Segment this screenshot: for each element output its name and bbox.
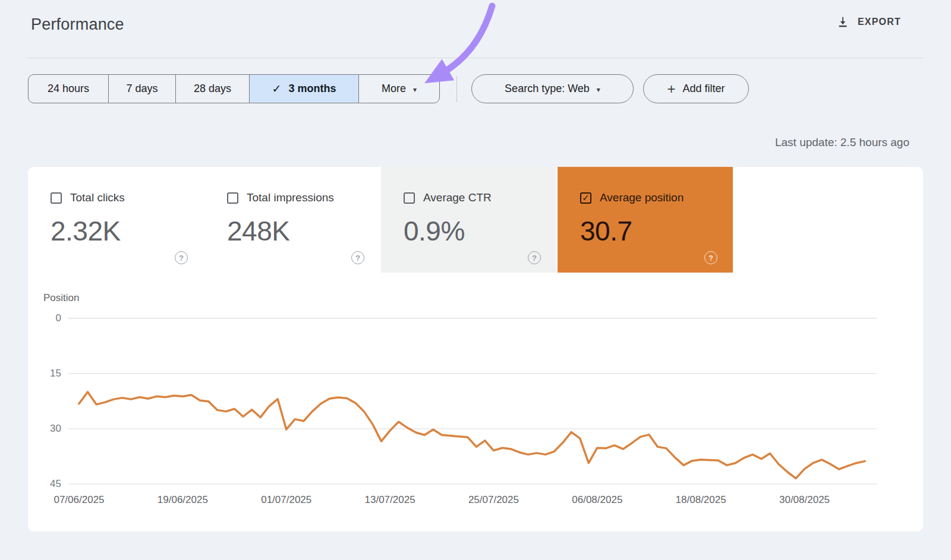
- filter-separator: [456, 76, 457, 102]
- header-divider: [28, 58, 923, 58]
- y-tick-label: 30: [35, 423, 61, 435]
- page-title: Performance: [31, 15, 124, 34]
- y-tick-label: 15: [35, 368, 61, 379]
- add-filter-label: Add filter: [682, 83, 725, 95]
- metric-label: Total impressions: [247, 191, 334, 204]
- range-label: More: [382, 83, 406, 95]
- x-tick-label: 30/08/2025: [769, 494, 840, 506]
- metric-label: Average position: [600, 191, 684, 204]
- question-glyph: ?: [355, 254, 360, 262]
- export-button[interactable]: EXPORT: [836, 15, 901, 29]
- chevron-down-icon: ▾: [597, 86, 600, 94]
- x-tick-label: 18/08/2025: [665, 494, 736, 506]
- checkbox-checked[interactable]: ✓: [580, 192, 591, 204]
- x-tick-label: 06/08/2025: [562, 494, 633, 506]
- metric-tile-average-position-selected[interactable]: ✓ Average position 30.7 ?: [558, 167, 733, 273]
- metric-tile-total-clicks[interactable]: Total clicks 2.32K ?: [28, 167, 203, 273]
- x-tick-label: 19/06/2025: [147, 494, 218, 506]
- metric-value: 30.7: [580, 215, 733, 247]
- plus-icon: +: [667, 82, 675, 96]
- x-tick-label: 07/06/2025: [43, 494, 115, 506]
- x-tick-label: 13/07/2025: [354, 494, 426, 506]
- question-glyph: ?: [179, 254, 184, 262]
- search-type-label: Search type: Web: [505, 83, 590, 95]
- help-icon[interactable]: ?: [351, 251, 364, 264]
- tiles-spacer: [734, 167, 923, 273]
- add-filter-button[interactable]: + Add filter: [643, 74, 749, 103]
- metric-tile-total-impressions[interactable]: Total impressions 248K ?: [204, 167, 380, 273]
- range-24-hours[interactable]: 24 hours: [29, 75, 109, 103]
- metric-label: Total clicks: [70, 191, 125, 204]
- range-7-days[interactable]: 7 days: [109, 75, 176, 103]
- range-more-dropdown[interactable]: More ▾: [359, 75, 439, 103]
- range-label: 3 months: [288, 83, 336, 95]
- metric-tile-average-ctr[interactable]: Average CTR 0.9% ?: [381, 167, 556, 273]
- position-chart: Position 0153045 07/06/202519/06/202501/…: [28, 291, 923, 529]
- question-glyph: ?: [708, 254, 713, 262]
- y-tick-label: 0: [35, 312, 61, 324]
- range-label: 7 days: [126, 83, 158, 95]
- performance-card: Total clicks 2.32K ? Total impressions 2…: [28, 167, 923, 531]
- range-label: 28 days: [194, 83, 231, 95]
- last-update-status: Last update: 2.5 hours ago: [775, 136, 909, 149]
- x-tick-label: 25/07/2025: [458, 494, 529, 506]
- chevron-down-icon: ▾: [413, 86, 417, 94]
- metric-tiles: Total clicks 2.32K ? Total impressions 2…: [28, 167, 923, 273]
- y-tick-label: 45: [35, 478, 61, 490]
- metric-value: 0.9%: [404, 215, 556, 247]
- download-icon: [836, 15, 849, 29]
- checkbox-unchecked[interactable]: [404, 192, 415, 204]
- metric-value: 2.32K: [51, 215, 203, 247]
- help-icon[interactable]: ?: [528, 251, 541, 264]
- check-glyph: ✓: [582, 192, 590, 203]
- export-label: EXPORT: [858, 17, 901, 27]
- check-icon: ✓: [272, 82, 282, 96]
- range-28-days[interactable]: 28 days: [176, 75, 250, 103]
- range-3-months-selected[interactable]: ✓ 3 months: [250, 75, 359, 103]
- search-console-performance-page: { "header": { "title": "Performance", "e…: [0, 0, 951, 560]
- metric-label: Average CTR: [423, 191, 492, 204]
- position-line-chart: [28, 291, 923, 529]
- help-icon[interactable]: ?: [175, 251, 188, 264]
- search-type-dropdown[interactable]: Search type: Web ▾: [471, 74, 634, 103]
- question-glyph: ?: [532, 254, 537, 262]
- range-label: 24 hours: [48, 83, 89, 95]
- help-icon[interactable]: ?: [704, 251, 717, 264]
- metric-value: 248K: [227, 215, 380, 247]
- date-range-group: 24 hours 7 days 28 days ✓ 3 months More …: [28, 74, 440, 103]
- x-tick-label: 01/07/2025: [251, 494, 322, 506]
- checkbox-unchecked[interactable]: [51, 192, 62, 204]
- checkbox-unchecked[interactable]: [227, 192, 238, 204]
